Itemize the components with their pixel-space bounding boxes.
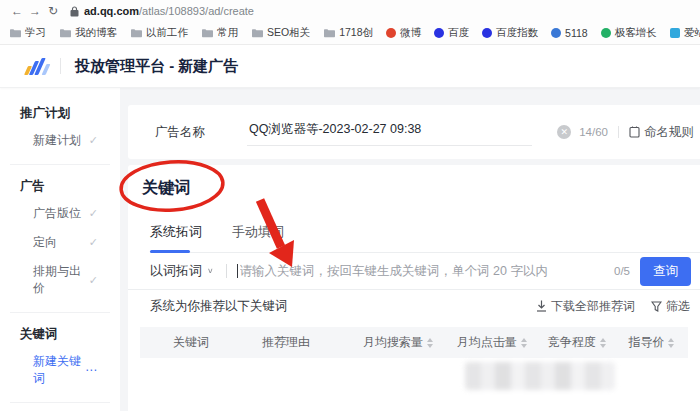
sidebar-divider: [10, 312, 110, 313]
blurred-watermark: [465, 362, 615, 390]
check-icon: ✓: [89, 274, 98, 287]
site-favicon: [670, 28, 680, 38]
sort-icon[interactable]: [521, 338, 527, 348]
bookmark-label: 5118: [565, 27, 588, 39]
ad-name-char-count: 14/60: [579, 126, 608, 138]
divider: [618, 126, 619, 138]
site-favicon: [601, 28, 611, 38]
site-favicon: [482, 28, 492, 38]
keywords-section-title: 关键词: [142, 178, 700, 199]
bookmark-folder[interactable]: 常用: [201, 26, 238, 40]
text-caret: [237, 264, 238, 278]
bookmark-label: 学习: [25, 26, 46, 40]
app-header: 投放管理平台 - 新建广告: [0, 45, 700, 88]
sidebar-divider: [10, 402, 110, 403]
bookmark-label: 极客增长: [615, 26, 657, 40]
keyword-count: 0/5: [614, 265, 630, 277]
url-bar[interactable]: ad.qq.com/atlas/108893/ad/create: [70, 5, 254, 17]
ad-name-input[interactable]: QQ浏览器等-2023-02-27 09:38: [247, 119, 532, 146]
sort-icon[interactable]: [427, 338, 433, 348]
lock-icon: [70, 6, 79, 17]
bookmark-label: 百度: [448, 26, 469, 40]
sidebar-section-keywords: 关键词: [0, 322, 120, 347]
header-divider: [60, 58, 61, 74]
clear-icon[interactable]: ✕: [557, 125, 571, 139]
sort-icon[interactable]: [668, 338, 674, 348]
filter-label: 筛选: [666, 298, 690, 315]
reload-icon[interactable]: ↻: [44, 4, 62, 18]
folder-icon: [9, 28, 21, 38]
platform-logo-icon: [26, 57, 48, 75]
sidebar-item-label: 排期与出价: [33, 263, 89, 297]
folder-icon: [59, 28, 71, 38]
bookmark-folder[interactable]: 以前工作: [130, 26, 188, 40]
sidebar-item-label: 新建关键词: [33, 353, 85, 387]
bookmark-label: 以前工作: [146, 26, 188, 40]
keyword-table-header: 关键词 推荐理由 月均搜索量 月均点击量 竞争程度 指导价: [140, 327, 688, 358]
bookmark-label: 微博: [400, 26, 421, 40]
sidebar-section-plan: 推广计划: [0, 101, 120, 126]
tab-system-expand[interactable]: 系统拓词: [150, 223, 202, 252]
download-all-link[interactable]: 下载全部推荐词: [536, 298, 635, 315]
recommend-hint: 系统为你推荐以下关键词: [150, 298, 288, 315]
sidebar-item-new-keywords[interactable]: 新建关键词⋯: [0, 347, 120, 393]
naming-rules-label: 命名规则: [644, 124, 694, 141]
bookmark-folder[interactable]: 我的博客: [59, 26, 117, 40]
site-favicon: [551, 28, 561, 38]
more-icon: ⋯: [85, 363, 98, 377]
site-favicon: [434, 28, 444, 38]
col-guide-price[interactable]: 指导价: [615, 334, 688, 351]
divider: [226, 264, 227, 278]
sidebar-item-schedule-bid[interactable]: 排期与出价✓: [0, 257, 120, 303]
forward-icon[interactable]: →: [26, 4, 44, 18]
sort-icon[interactable]: [600, 338, 606, 348]
bookmark-label: 我的博客: [75, 26, 117, 40]
folder-icon: [251, 28, 263, 38]
sidebar-item-label: 定向: [33, 234, 57, 251]
keyword-input[interactable]: 请输入关键词，按回车键生成关键词，单个词 20 字以内: [240, 263, 606, 280]
bookmark-folder[interactable]: SEO相关: [251, 26, 310, 40]
bookmarks-bar: 学习 我的博客 以前工作 常用 SEO相关 1718创 微博 百度 百度指数 5…: [0, 22, 700, 45]
bookmark-label: 爱站: [684, 26, 700, 40]
url-host: ad.qq.com: [84, 5, 139, 17]
bookmark-site[interactable]: 5118: [551, 27, 588, 39]
ad-name-label: 广告名称: [155, 124, 247, 141]
expand-mode-label: 以词拓词: [150, 262, 202, 280]
bookmark-site[interactable]: 极客增长: [601, 26, 657, 40]
col-reason: 推荐理由: [262, 334, 351, 351]
expand-mode-select[interactable]: 以词拓词 ∨: [150, 262, 214, 280]
browser-chrome: ← → ↻ ad.qq.com/atlas/108893/ad/create: [0, 0, 700, 22]
funnel-icon: [651, 301, 662, 312]
recommend-row: 系统为你推荐以下关键词 下载全部推荐词 筛选: [128, 290, 700, 322]
back-icon[interactable]: ←: [8, 4, 26, 18]
col-monthly-search[interactable]: 月均搜索量: [351, 334, 445, 351]
bookmark-label: 1718创: [339, 26, 373, 40]
sidebar-item-label: 新建计划: [33, 132, 81, 149]
filter-link[interactable]: 筛选: [651, 298, 690, 315]
col-monthly-clicks[interactable]: 月均点击量: [445, 334, 539, 351]
page-title: 投放管理平台 - 新建广告: [75, 57, 238, 76]
keyword-input-row: 以词拓词 ∨ 请输入关键词，按回车键生成关键词，单个词 20 字以内 0/5 查…: [128, 253, 700, 290]
bookmark-site[interactable]: 百度指数: [482, 26, 538, 40]
col-keyword: 关键词: [140, 334, 262, 351]
ad-name-card: 广告名称 QQ浏览器等-2023-02-27 09:38 ✕ 14/60 命名规…: [128, 105, 700, 159]
check-icon: ✓: [89, 207, 98, 220]
col-competition[interactable]: 竞争程度: [539, 334, 615, 351]
query-button[interactable]: 查询: [640, 257, 691, 286]
naming-rules-link[interactable]: 命名规则: [629, 124, 694, 141]
bookmark-folder[interactable]: 学习: [9, 26, 46, 40]
tab-manual-fill[interactable]: 手动填词: [232, 223, 284, 252]
url-path: /atlas/108893/ad/create: [139, 5, 254, 17]
sidebar-item-new-plan[interactable]: 新建计划✓: [0, 126, 120, 155]
bookmark-site[interactable]: 百度: [434, 26, 469, 40]
sidebar-item-label: 广告版位: [33, 205, 81, 222]
sidebar-item-targeting[interactable]: 定向✓: [0, 228, 120, 257]
bookmark-site[interactable]: 爱站: [670, 26, 700, 40]
folder-icon: [130, 28, 142, 38]
document-icon: [629, 126, 640, 138]
bookmark-site[interactable]: 微博: [386, 26, 421, 40]
main-content: 广告名称 QQ浏览器等-2023-02-27 09:38 ✕ 14/60 命名规…: [120, 88, 700, 411]
site-favicon: [386, 28, 396, 38]
sidebar-item-placement[interactable]: 广告版位✓: [0, 199, 120, 228]
bookmark-folder[interactable]: 1718创: [323, 26, 373, 40]
